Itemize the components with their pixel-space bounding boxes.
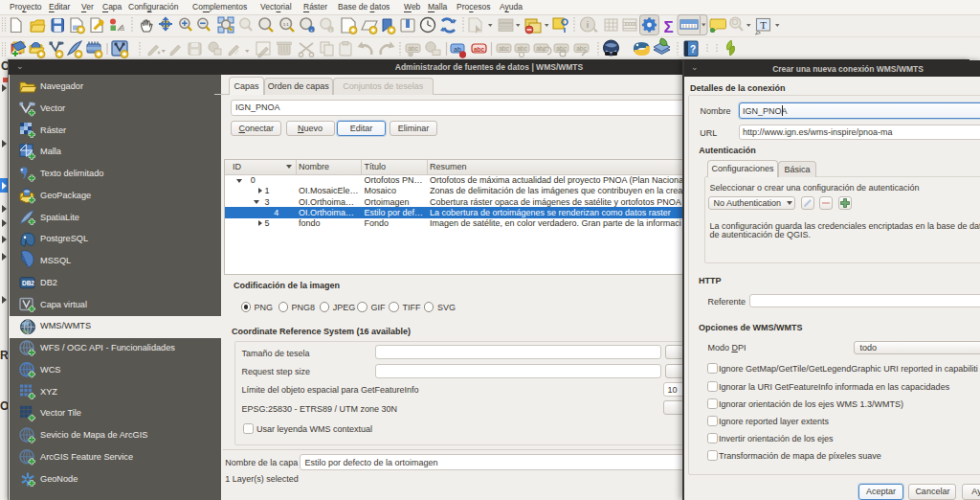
svg-text:i: i	[587, 20, 590, 30]
svg-text:ab: ab	[454, 46, 461, 53]
svg-text:‹: ‹	[311, 27, 313, 33]
svg-text:abc: abc	[408, 45, 418, 52]
svg-text:abc: abc	[517, 45, 527, 52]
svg-text:Σ: Σ	[663, 18, 673, 36]
svg-text:›: ›	[330, 27, 332, 33]
svg-text:abc: abc	[499, 45, 509, 52]
svg-text:abc: abc	[474, 46, 485, 53]
svg-text:DB2: DB2	[22, 280, 34, 286]
svg-text:T: T	[760, 19, 767, 31]
svg-text:abc: abc	[536, 45, 546, 52]
svg-text:abc: abc	[576, 45, 587, 52]
svg-text:?: ?	[690, 44, 696, 55]
svg-text:1:1: 1:1	[283, 22, 290, 27]
